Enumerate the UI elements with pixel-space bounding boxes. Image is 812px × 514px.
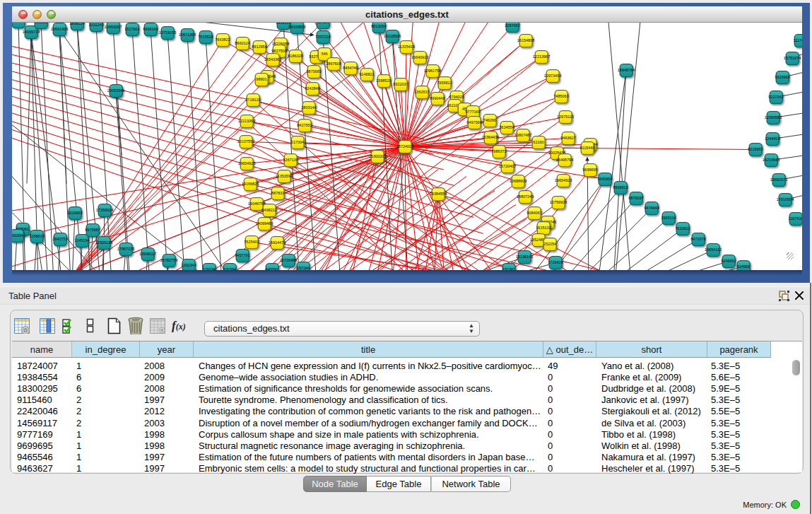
svg-text:1244419: 1244419	[765, 136, 779, 141]
svg-text:7357224: 7357224	[315, 35, 330, 39]
svg-text:6879197: 6879197	[628, 196, 643, 200]
svg-text:16648784: 16648784	[618, 68, 635, 72]
svg-text:7515526: 7515526	[198, 35, 213, 39]
svg-text:14055714: 14055714	[23, 30, 40, 34]
svg-text:8322037: 8322037	[393, 82, 408, 86]
svg-text:25300203: 25300203	[369, 154, 386, 158]
svg-text:6966160: 6966160	[143, 27, 158, 31]
svg-text:9146821: 9146821	[359, 72, 374, 76]
svg-text:7663822: 7663822	[215, 37, 230, 42]
svg-text:1588520: 1588520	[376, 78, 391, 83]
svg-text:16046758: 16046758	[248, 201, 265, 206]
svg-text:9457791: 9457791	[235, 253, 249, 257]
svg-text:19218506: 19218506	[384, 34, 401, 38]
svg-text:8427552: 8427552	[297, 123, 312, 127]
svg-text:9329966: 9329966	[775, 75, 789, 79]
svg-text:20053346: 20053346	[107, 88, 124, 93]
svg-text:8215955: 8215955	[748, 147, 763, 151]
svg-text:16782759: 16782759	[160, 258, 177, 262]
svg-text:1145194: 1145194	[74, 238, 89, 243]
svg-text:16154808: 16154808	[517, 38, 534, 42]
svg-text:7485063: 7485063	[553, 94, 568, 98]
svg-text:157164: 157164	[297, 266, 310, 270]
svg-text:391594: 391594	[12, 233, 23, 238]
svg-text:252254: 252254	[543, 242, 556, 246]
svg-text:10671355: 10671355	[179, 33, 196, 37]
svg-text:9115460: 9115460	[579, 146, 594, 150]
svg-text:8813054: 8813054	[371, 24, 386, 28]
svg-text:8958923: 8958923	[613, 185, 628, 189]
svg-text:2020655: 2020655	[67, 211, 82, 215]
svg-text:1117404: 1117404	[794, 38, 802, 42]
svg-text:15716485: 15716485	[280, 258, 297, 262]
svg-text:20691406: 20691406	[51, 27, 68, 31]
svg-text:10688609: 10688609	[510, 179, 526, 183]
svg-text:19654925: 19654925	[238, 161, 255, 165]
svg-text:7955812: 7955812	[437, 81, 452, 85]
svg-text:17957225: 17957225	[117, 247, 134, 251]
svg-text:16914479: 16914479	[269, 240, 286, 245]
svg-text:10654112: 10654112	[705, 247, 722, 252]
svg-text:12213967: 12213967	[533, 54, 550, 59]
svg-text:12093582: 12093582	[765, 115, 782, 119]
svg-text:817307: 817307	[317, 23, 329, 24]
svg-text:17359924: 17359924	[96, 208, 113, 212]
svg-text:3267130: 3267130	[283, 158, 298, 162]
svg-text:19654923: 19654923	[555, 178, 572, 182]
svg-text:10807487: 10807487	[514, 133, 531, 137]
svg-text:2935114: 2935114	[661, 216, 676, 220]
svg-text:14099489: 14099489	[256, 221, 273, 226]
svg-text:1615132: 1615132	[536, 226, 551, 230]
svg-text:8660124: 8660124	[235, 41, 249, 45]
svg-text:19384554: 19384554	[430, 192, 447, 196]
svg-text:9699695: 9699695	[582, 168, 597, 172]
svg-text:10973493: 10973493	[544, 74, 561, 78]
svg-text:10719155: 10719155	[159, 30, 176, 35]
svg-text:62160: 62160	[533, 140, 543, 144]
svg-text:12213369: 12213369	[238, 119, 255, 123]
svg-text:9777169: 9777169	[465, 110, 480, 114]
svg-text:2405571: 2405571	[12, 23, 26, 23]
svg-text:15751074: 15751074	[784, 56, 801, 60]
svg-text:2087682: 2087682	[505, 23, 519, 28]
svg-text:15136141: 15136141	[516, 255, 533, 259]
svg-text:15692971: 15692971	[770, 177, 787, 182]
svg-text:2718120: 2718120	[245, 98, 260, 102]
svg-text:17016504: 17016504	[777, 197, 794, 201]
svg-text:1292344: 1292344	[181, 263, 196, 267]
svg-text:546: 546	[321, 52, 327, 56]
svg-text:1858224: 1858224	[69, 23, 84, 25]
svg-text:3875685: 3875685	[306, 69, 321, 74]
svg-text:12505135: 12505135	[95, 240, 112, 245]
svg-text:11353594: 11353594	[276, 174, 293, 178]
svg-text:16495794: 16495794	[556, 158, 573, 162]
svg-text:2867608: 2867608	[326, 62, 341, 66]
svg-text:8990448: 8990448	[430, 96, 445, 100]
svg-text:11325419: 11325419	[398, 45, 415, 49]
svg-text:1156819: 1156819	[29, 234, 44, 238]
svg-text:9827506: 9827506	[271, 49, 286, 53]
svg-text:19166825: 19166825	[242, 182, 259, 186]
svg-text:8912954: 8912954	[252, 45, 266, 49]
svg-text:7632621: 7632621	[675, 226, 690, 230]
svg-text:1733426: 1733426	[548, 260, 563, 264]
svg-text:8471676: 8471676	[690, 237, 705, 241]
svg-text:7625402: 7625402	[244, 240, 259, 244]
svg-text:20364436: 20364436	[482, 135, 499, 139]
svg-text:16033809: 16033809	[288, 25, 305, 29]
svg-text:1031243: 1031243	[88, 23, 103, 27]
svg-text:6794028: 6794028	[449, 95, 464, 99]
svg-text:887833: 887833	[271, 191, 284, 195]
svg-text:217004: 217004	[291, 140, 304, 144]
svg-text:6497568: 6497568	[466, 120, 481, 124]
svg-text:16543362: 16543362	[264, 57, 281, 62]
svg-text:10958117: 10958117	[139, 252, 156, 256]
svg-text:1527601: 1527601	[124, 27, 139, 31]
svg-text:16210643: 16210643	[763, 158, 779, 162]
svg-text:10961758: 10961758	[424, 69, 441, 73]
svg-text:8454749: 8454749	[343, 66, 358, 70]
svg-text:6498222: 6498222	[261, 208, 276, 212]
svg-text:18807249: 18807249	[517, 194, 534, 199]
svg-text:2803144: 2803144	[301, 105, 316, 110]
svg-text:8186328: 8186328	[288, 54, 302, 58]
